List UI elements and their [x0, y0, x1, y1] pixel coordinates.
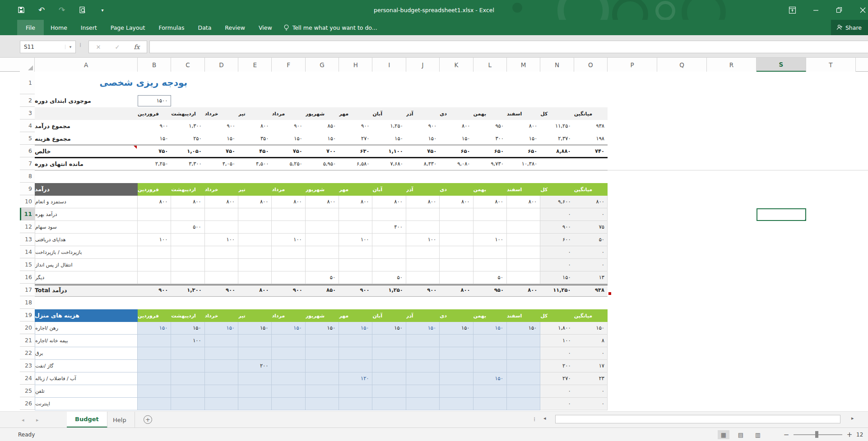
tell-me-box[interactable]: Tell me what you want to do...	[279, 20, 377, 35]
cell-total[interactable]: ۱۵۰	[540, 271, 574, 284]
cell-value[interactable]: ۸,۸۸۰	[540, 145, 574, 158]
cell-value[interactable]: ۱۵۰	[205, 322, 238, 335]
tab-file[interactable]: File	[17, 20, 44, 35]
cell-value[interactable]	[440, 360, 473, 372]
hscroll-thumb[interactable]	[555, 415, 840, 423]
cell-value[interactable]	[238, 234, 272, 246]
cell-value[interactable]	[440, 385, 473, 398]
cell-value[interactable]	[238, 385, 272, 398]
cell-value[interactable]: ۱۰۰	[171, 335, 204, 347]
cell-value[interactable]	[272, 259, 305, 271]
cell-value[interactable]	[138, 208, 171, 221]
cell-value[interactable]	[272, 385, 305, 398]
cell-value[interactable]: ۴,۵۰۰	[238, 158, 272, 170]
cell-value[interactable]	[272, 398, 305, 410]
cell-total[interactable]: ۰	[540, 246, 574, 259]
cell-value[interactable]: ۶,۵۸۰	[339, 158, 372, 170]
sheet-nav-right-icon[interactable]: ▸	[36, 412, 39, 428]
cell-value[interactable]	[339, 246, 372, 259]
cell-value[interactable]: ۶۵۰	[440, 145, 473, 158]
cell-total[interactable]: ۰	[540, 208, 574, 221]
column-header-J[interactable]: J	[406, 58, 440, 72]
cell-value[interactable]: ۸,۴۳۰	[406, 158, 440, 170]
cell-value[interactable]	[272, 360, 305, 372]
cell-total[interactable]: ۲۷۰	[540, 372, 574, 385]
cell-value[interactable]: ۳۰۰	[473, 133, 507, 145]
column-header-F[interactable]: F	[272, 58, 305, 72]
cell-value[interactable]	[339, 335, 372, 347]
cell-value[interactable]: ۷,۶۸۰	[372, 158, 406, 170]
cell-value[interactable]	[272, 372, 305, 385]
cell-value[interactable]: ۸۰۰	[238, 120, 272, 133]
cell-value[interactable]: ۸۰۰	[238, 196, 272, 208]
cell-value[interactable]: ۸۰۰	[372, 196, 406, 208]
cell-value[interactable]: ۱,۰۵۰	[171, 145, 204, 158]
cell-value[interactable]	[171, 398, 204, 410]
column-header-M[interactable]: M	[507, 58, 540, 72]
cell-value[interactable]	[339, 208, 372, 221]
cell-value[interactable]	[406, 385, 440, 398]
column-header-R[interactable]: R	[707, 58, 757, 72]
select-all-corner[interactable]	[20, 58, 35, 72]
cell-value[interactable]	[372, 360, 406, 372]
cell-value[interactable]	[473, 385, 507, 398]
cell-total[interactable]: ۰	[540, 385, 574, 398]
cell-value[interactable]	[205, 221, 238, 234]
cell-value[interactable]	[406, 347, 440, 360]
cell-value[interactable]	[440, 398, 473, 410]
cell-value[interactable]: ۷۵۰	[205, 145, 238, 158]
cell-value[interactable]: ۹,۷۳۰	[473, 158, 507, 170]
cell-value[interactable]: ۹۳۸	[574, 120, 608, 133]
cell-value[interactable]	[406, 398, 440, 410]
ribbon-display-options-button[interactable]	[780, 0, 804, 20]
column-header-D[interactable]: D	[205, 58, 238, 72]
cell-value[interactable]	[507, 385, 540, 398]
cell-value[interactable]	[473, 259, 507, 271]
column-header-G[interactable]: G	[306, 58, 339, 72]
column-header-A[interactable]: A	[35, 58, 138, 72]
cell-value[interactable]: ۵۰	[306, 271, 339, 284]
cell-value[interactable]: ۲۰۰	[238, 360, 272, 372]
cell-value[interactable]: ۹۰۰	[138, 120, 171, 133]
tab-review[interactable]: Review	[218, 20, 252, 35]
column-header-E[interactable]: E	[238, 58, 272, 72]
share-button[interactable]: Share	[831, 20, 868, 35]
zoom-slider-thumb[interactable]	[815, 431, 818, 438]
cell-value[interactable]: ۸۰۰	[205, 196, 238, 208]
cell-total[interactable]: ۹,۶۰۰	[540, 196, 574, 208]
cell-average[interactable]: ۱۷	[574, 360, 608, 372]
cell-value[interactable]	[205, 372, 238, 385]
cell-value[interactable]	[138, 335, 171, 347]
minimize-button[interactable]	[804, 0, 827, 20]
cell-value[interactable]: ۱۵۰	[440, 133, 473, 145]
cell-value[interactable]: ۱۰۰	[473, 234, 507, 246]
cell-value[interactable]: ۹۵۰	[473, 120, 507, 133]
cell-value[interactable]	[306, 347, 339, 360]
cell-value[interactable]	[372, 385, 406, 398]
cell-value[interactable]: ۹۵۰	[473, 284, 507, 297]
cell-value[interactable]	[440, 271, 473, 284]
column-header-I[interactable]: I	[372, 58, 406, 72]
cell-value[interactable]	[440, 208, 473, 221]
cell-average[interactable]: ۰	[574, 398, 608, 410]
cell-value[interactable]	[507, 221, 540, 234]
cell-total[interactable]: ۰	[540, 259, 574, 271]
cell-value[interactable]: ۹۰۰	[406, 120, 440, 133]
cell-value[interactable]: ۱۵۰	[406, 133, 440, 145]
tab-formulas[interactable]: Formulas	[152, 20, 191, 35]
sheet-nav-left-icon[interactable]: ◂	[22, 412, 24, 428]
cell-value[interactable]: ۹۰۰	[406, 284, 440, 297]
column-header-C[interactable]: C	[171, 58, 204, 72]
cell-value[interactable]: ۳۵۰	[238, 133, 272, 145]
cell-value[interactable]	[205, 259, 238, 271]
cell-value[interactable]	[205, 208, 238, 221]
cell-value[interactable]: ۴۰۰	[372, 221, 406, 234]
cell-value[interactable]	[272, 271, 305, 284]
tab-scrollbar-splitter[interactable]: ⁞	[534, 416, 536, 423]
cell-value[interactable]	[205, 335, 238, 347]
cell-value[interactable]	[205, 385, 238, 398]
cell-value[interactable]	[306, 234, 339, 246]
cell-value[interactable]	[306, 221, 339, 234]
cell-value[interactable]: ۹۰۰	[272, 284, 305, 297]
cell-value[interactable]	[306, 259, 339, 271]
